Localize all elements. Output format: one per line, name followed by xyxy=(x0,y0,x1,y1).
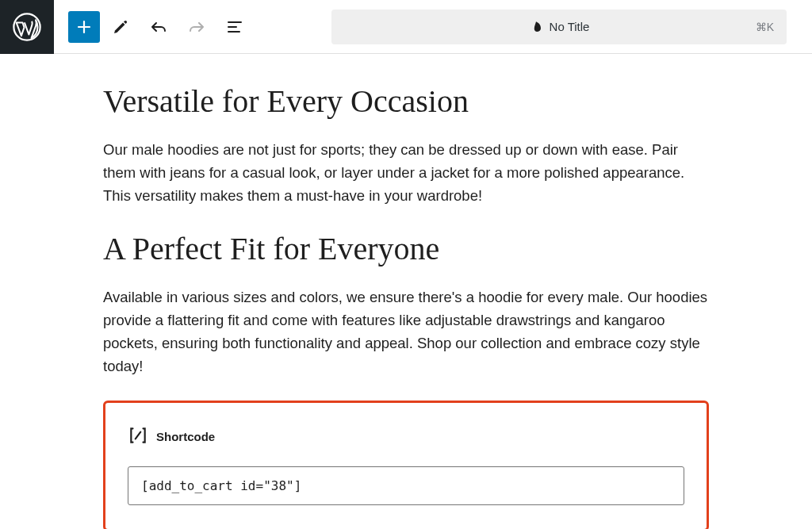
shortcode-input-container xyxy=(128,466,684,505)
shortcode-input[interactable] xyxy=(141,478,671,493)
paragraph-block[interactable]: Our male hoodies are not just for sports… xyxy=(103,138,709,208)
add-block-button[interactable] xyxy=(68,11,100,43)
paragraph-block[interactable]: Available in various sizes and colors, w… xyxy=(103,286,709,378)
redo-button[interactable] xyxy=(179,10,214,44)
shortcode-block-header: Shortcode xyxy=(128,425,684,449)
leaf-icon xyxy=(529,20,543,34)
document-title-text: No Title xyxy=(550,20,590,33)
heading-block[interactable]: Versatile for Every Occasion xyxy=(103,82,709,121)
editor-top-toolbar: No Title ⌘K xyxy=(0,0,812,54)
document-title-button[interactable]: No Title ⌘K xyxy=(331,10,787,44)
edit-mode-button[interactable] xyxy=(103,10,138,44)
toolbar-left-group xyxy=(54,10,252,44)
shortcode-block[interactable]: Shortcode xyxy=(103,401,709,529)
shortcode-icon xyxy=(128,425,148,449)
editor-content: Versatile for Every Occasion Our male ho… xyxy=(81,54,731,529)
command-shortcut-hint: ⌘K xyxy=(756,21,774,33)
shortcode-block-label: Shortcode xyxy=(156,430,215,443)
undo-button[interactable] xyxy=(141,10,176,44)
title-bar: No Title ⌘K xyxy=(331,10,787,44)
wordpress-logo[interactable] xyxy=(0,0,54,54)
heading-block[interactable]: A Perfect Fit for Everyone xyxy=(103,230,709,268)
document-overview-button[interactable] xyxy=(217,10,252,44)
